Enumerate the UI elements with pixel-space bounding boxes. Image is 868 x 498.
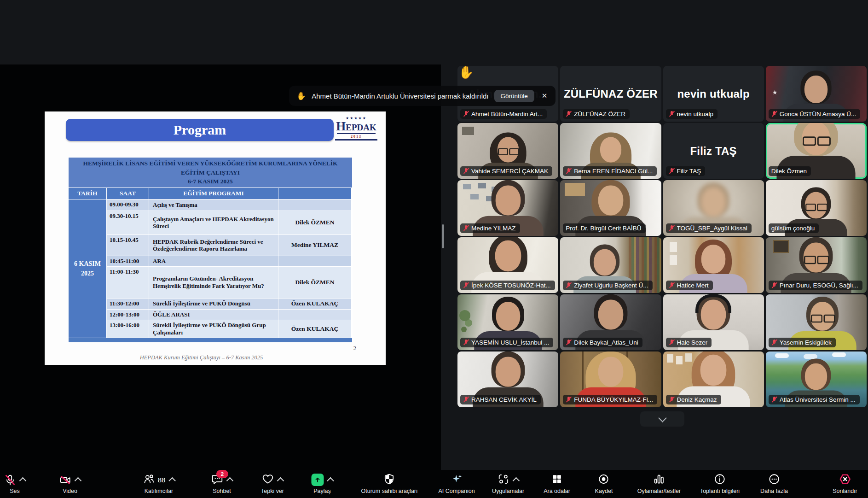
participant-nameplate: ZÜLFÜNAZ ÖZER (563, 109, 630, 119)
glasses (498, 148, 508, 155)
chevron-up-icon[interactable] (168, 477, 176, 484)
notification-text: Ahmet Bütün-Mardin Artuklu Üniversitesi … (312, 92, 488, 100)
mic-muted-icon (566, 339, 572, 346)
grid-scrollbar[interactable] (442, 224, 444, 248)
participant-nameplate: TOGÜ_SBF_Aygül Kissal (666, 223, 752, 233)
mic-muted-icon (771, 396, 777, 403)
participant-tile[interactable]: ZÜLFÜNAZ ÖZER ZÜLFÜNAZ ÖZER (560, 66, 661, 122)
view-button[interactable]: Görüntüle (494, 90, 534, 102)
mic-muted-icon (566, 168, 572, 175)
control-bar: Ses Video 88 Katılımcılar (0, 470, 868, 498)
info-icon (714, 473, 726, 487)
chevron-up-icon[interactable] (226, 477, 234, 484)
cell-speaker: Dilek ÖZMEN (278, 211, 351, 234)
mic-off-icon (4, 474, 16, 486)
participant-tile[interactable]: Ziyafet Uğurlu Başkent Ü... (560, 237, 661, 293)
toolbar-host-tools-button[interactable]: Oturum sahibi araçları (361, 472, 418, 494)
toolbar-audio-button[interactable]: Ses (4, 472, 25, 494)
participant-nameplate: Pınar Duru, ESOGÜ, Sağlı... (769, 281, 862, 290)
participant-tile-active-speaker[interactable]: Dilek Özmen (766, 123, 867, 179)
participant-tile[interactable]: Deniz Kaçmaz (663, 352, 764, 407)
participant-tile[interactable]: TOGÜ_SBF_Aygül Kissal (663, 180, 764, 236)
close-icon[interactable]: ✕ (540, 91, 550, 101)
participant-nameplate: nevin utkualp (666, 109, 718, 119)
toolbar-reactions-button[interactable]: Tepki ver (261, 472, 284, 494)
participant-nameplate: FUNDA BÜYÜKYILMAZ-Fl... (563, 395, 657, 404)
participant-tile[interactable]: Dilek Baykal_Atlas_Uni (560, 294, 661, 350)
toolbar-meeting-info-button[interactable]: Toplantı bilgileri (700, 472, 740, 494)
header-program: EĞİTİM PROGRAMI (149, 188, 278, 199)
toolbar-video-button[interactable]: Video (59, 472, 81, 494)
mic-muted-icon (771, 282, 777, 289)
mic-muted-icon (566, 396, 572, 403)
cell-speaker: Özen KULAKAÇ (278, 320, 351, 338)
logo-year: 2013 (335, 135, 377, 139)
participant-tile[interactable]: Berna EREN FİDANCI Gül... (560, 123, 661, 179)
participant-tile[interactable]: FUNDA BÜYÜKYILMAZ-Fl... (560, 352, 661, 407)
participant-tile[interactable]: Filiz TAŞ Filiz TAŞ (663, 123, 764, 179)
mic-muted-icon (669, 111, 675, 117)
shared-screen: Program ★★★★★ HEPDAK 2013 HEMŞİRELİK LİS… (0, 64, 441, 470)
cell-program: HEPDAK Rubrik Değerlendirme Süreci ve Öz… (149, 235, 278, 256)
mic-muted-icon (566, 282, 572, 289)
cell-program: Çalıştayın Amaçları ve HEPDAK Akreditasy… (149, 211, 278, 234)
participant-tile[interactable]: Hale Sezer (663, 294, 764, 350)
toolbar-breakout-rooms-button[interactable]: Ara odalar (544, 472, 570, 494)
cell-time: 12:00-13:00 (107, 310, 149, 320)
toolbar-record-button[interactable]: Kaydet (595, 472, 613, 494)
toolbar-apps-button[interactable]: Uygulamalar (492, 472, 524, 494)
scroll-down-button[interactable] (640, 411, 684, 427)
participant-tile[interactable]: YASEMİN USLU_İstanbul ... (457, 294, 558, 350)
participant-tile[interactable]: Pınar Duru, ESOGÜ, Sağlı... (766, 237, 867, 293)
heart-icon (262, 473, 274, 487)
meeting-window: Program ★★★★★ HEPDAK 2013 HEMŞİRELİK LİS… (0, 0, 868, 498)
mic-muted-icon (463, 225, 469, 232)
participant-tile[interactable]: Gonca ÜSTÜN Amasya Ü... (766, 66, 867, 122)
participant-tile[interactable]: Hatice Mert (663, 237, 764, 293)
chevron-up-icon[interactable] (75, 477, 82, 484)
toolbar-polls-button[interactable]: Oylamalar/testler (637, 472, 681, 494)
participant-nameplate: RAHSAN CEVİK AKYİL (460, 395, 541, 404)
toolbar-more-button[interactable]: Daha fazla (760, 472, 788, 494)
participant-nameplate: YASEMİN USLU_İstanbul ... (460, 338, 553, 347)
participant-nameplate: Prof. Dr. Birgül Cerit BAİBÜ (563, 223, 645, 233)
mic-muted-icon (669, 396, 675, 403)
participant-tile[interactable]: Medine YILMAZ (457, 180, 558, 236)
chevron-up-icon[interactable] (19, 477, 27, 484)
glasses (804, 256, 816, 264)
chevron-up-icon[interactable] (277, 477, 284, 484)
polls-icon (653, 473, 665, 487)
camera-off-icon (59, 474, 71, 486)
participant-tile[interactable]: nevin utkualp nevin utkualp (663, 66, 764, 122)
chevron-up-icon[interactable] (327, 477, 334, 484)
glasses (803, 136, 816, 146)
cell-speaker (278, 256, 351, 266)
mic-muted-icon (463, 111, 469, 117)
participant-tile[interactable]: Prof. Dr. Birgül Cerit BAİBÜ (560, 180, 661, 236)
glasses (811, 315, 822, 323)
participant-tile[interactable]: Vahide SEMERCİ ÇAKMAK (457, 123, 558, 179)
toolbar-ai-companion-button[interactable]: AI Companion (438, 472, 475, 494)
participant-tile[interactable]: Atlas Üniversitesi Sermin ... (766, 352, 867, 407)
participant-nameplate: Dilek Özmen (769, 166, 811, 176)
toolbar-chat-button[interactable]: 2 Sohbet (211, 472, 232, 494)
toolbar-share-button[interactable]: Paylaş (312, 472, 333, 494)
participant-tile[interactable]: gülsüm çonoğlu (766, 180, 867, 236)
chevron-down-icon (658, 414, 666, 422)
toolbar-participants-button[interactable]: 88 Katılımcılar (143, 472, 175, 494)
raised-hand-icon: ✋ (458, 66, 474, 80)
breakout-rooms-icon (551, 473, 563, 487)
end-call-icon (839, 473, 851, 487)
participant-tile[interactable]: İpek KÖSE TOSUNÖZ-Hat... (457, 237, 558, 293)
cell-time: 13:00-16:00 (107, 320, 149, 338)
participant-nameplate: Hale Sezer (666, 338, 712, 347)
participant-tile[interactable]: Yasemin Eskigülek (766, 294, 867, 350)
participant-nameplate: Deniz Kaçmaz (666, 395, 721, 404)
participant-count: 88 (158, 476, 166, 484)
participant-tile[interactable]: RAHSAN CEVİK AKYİL (457, 352, 558, 407)
cell-speaker (278, 310, 351, 320)
participant-grid: ✋ Ahmet Bütün... Ahmet Bütün-Mardin Art.… (457, 66, 867, 407)
chevron-up-icon[interactable] (513, 477, 520, 484)
toolbar-end-meeting-button[interactable]: Sonlandır (833, 472, 857, 494)
cell-time: 10:45-11:00 (107, 256, 149, 266)
